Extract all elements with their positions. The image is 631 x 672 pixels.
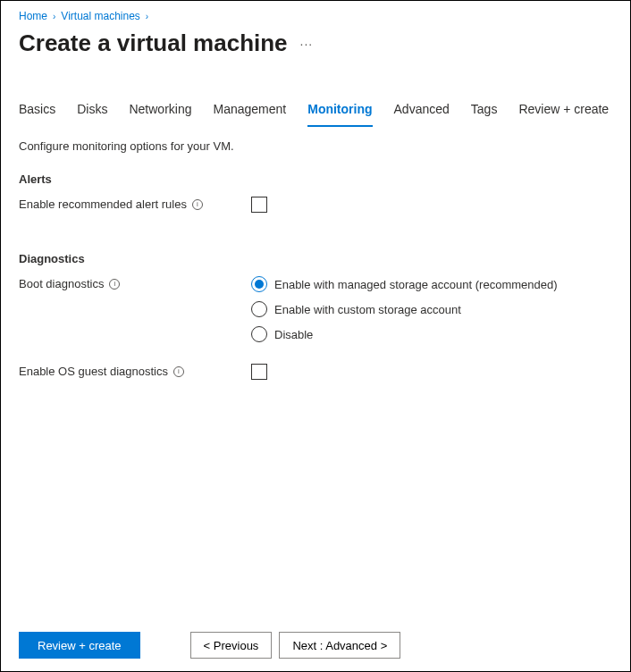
- footer-nav-buttons: < Previous Next : Advanced >: [190, 632, 401, 659]
- radio-label: Enable with custom storage account: [274, 303, 461, 316]
- label-text: Enable recommended alert rules: [19, 197, 187, 211]
- radio-label: Disable: [274, 328, 313, 341]
- tab-disks[interactable]: Disks: [77, 97, 107, 127]
- field-os-guest-diagnostics: Enable OS guest diagnostics i: [19, 364, 612, 380]
- radio-option-managed-storage[interactable]: Enable with managed storage account (rec…: [251, 276, 612, 292]
- more-actions-icon[interactable]: ···: [300, 37, 314, 51]
- page-title: Create a virtual machine: [19, 29, 288, 57]
- tab-review-create[interactable]: Review + create: [518, 97, 609, 127]
- field-enable-alert-rules: Enable recommended alert rules i: [19, 197, 612, 213]
- tab-basics[interactable]: Basics: [19, 97, 55, 127]
- radio-option-custom-storage[interactable]: Enable with custom storage account: [251, 301, 612, 317]
- label-text: Boot diagnostics: [19, 277, 104, 290]
- info-icon[interactable]: i: [173, 366, 184, 377]
- chevron-right-icon: ›: [53, 12, 55, 21]
- tabs: Basics Disks Networking Management Monit…: [1, 97, 630, 127]
- footer: Review + create < Previous Next : Advanc…: [1, 621, 630, 671]
- review-create-button[interactable]: Review + create: [19, 632, 140, 659]
- next-button[interactable]: Next : Advanced >: [279, 632, 400, 659]
- tab-advanced[interactable]: Advanced: [394, 97, 450, 127]
- label-text: Enable OS guest diagnostics: [19, 365, 168, 378]
- radio-option-disable[interactable]: Disable: [251, 326, 612, 342]
- checkbox-enable-alert-rules[interactable]: [251, 197, 267, 213]
- breadcrumb-home[interactable]: Home: [19, 10, 47, 22]
- field-label: Boot diagnostics i: [19, 276, 251, 290]
- tab-networking[interactable]: Networking: [129, 97, 191, 127]
- field-boot-diagnostics: Boot diagnostics i Enable with managed s…: [19, 276, 612, 342]
- radio-icon: [251, 326, 267, 342]
- radio-label: Enable with managed storage account (rec…: [274, 278, 558, 291]
- radio-group-boot-diagnostics: Enable with managed storage account (rec…: [251, 276, 612, 342]
- field-label: Enable OS guest diagnostics i: [19, 364, 251, 378]
- radio-icon: [251, 301, 267, 317]
- tab-management[interactable]: Management: [214, 97, 287, 127]
- info-icon[interactable]: i: [109, 279, 120, 290]
- previous-button[interactable]: < Previous: [190, 632, 273, 659]
- title-row: Create a virtual machine ···: [1, 26, 630, 75]
- tab-monitoring[interactable]: Monitoring: [307, 97, 372, 127]
- field-control: [251, 197, 612, 213]
- info-icon[interactable]: i: [192, 199, 203, 210]
- content-panel: Configure monitoring options for your VM…: [1, 127, 630, 621]
- field-control: [251, 364, 612, 380]
- breadcrumb-virtual-machines[interactable]: Virtual machines: [61, 10, 140, 22]
- section-heading-diagnostics: Diagnostics: [19, 252, 612, 265]
- field-label: Enable recommended alert rules i: [19, 197, 251, 211]
- chevron-right-icon: ›: [146, 12, 148, 21]
- radio-icon: [251, 276, 267, 292]
- description-text: Configure monitoring options for your VM…: [19, 139, 612, 153]
- breadcrumb: Home › Virtual machines ›: [1, 1, 630, 26]
- section-heading-alerts: Alerts: [19, 172, 612, 186]
- checkbox-os-guest-diagnostics[interactable]: [251, 364, 267, 380]
- tab-tags[interactable]: Tags: [471, 97, 498, 127]
